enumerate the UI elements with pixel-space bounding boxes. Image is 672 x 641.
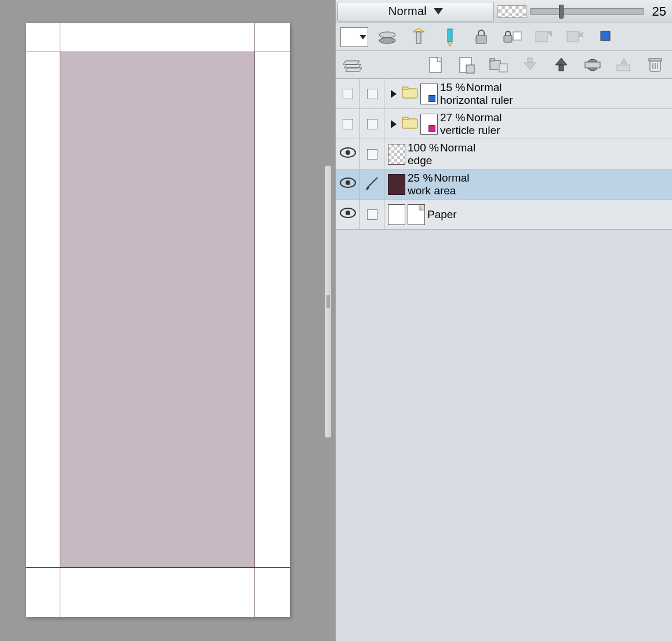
- layer-row-paper[interactable]: Paper: [336, 200, 672, 230]
- svg-rect-33: [585, 62, 600, 68]
- layer-row-horizontal-ruler[interactable]: 15 % Normal horizontal ruler: [336, 79, 672, 109]
- vertical-guide-left[interactable]: [60, 23, 60, 617]
- brush-icon: [365, 175, 380, 193]
- new-layer-icon[interactable]: [424, 53, 448, 77]
- svg-marker-28: [524, 63, 536, 70]
- svg-marker-30: [555, 58, 567, 65]
- svg-rect-14: [567, 31, 579, 42]
- transfer-icon: [612, 53, 636, 77]
- folder-icon: [402, 86, 418, 102]
- blend-opacity-bar: Normal 25: [336, 0, 672, 23]
- svg-rect-43: [402, 119, 417, 128]
- edit-toggle[interactable]: [360, 200, 384, 229]
- layer-thumbnail: [388, 174, 405, 195]
- svg-rect-11: [513, 32, 521, 40]
- svg-rect-6: [416, 32, 421, 44]
- blend-mode-label: Normal: [388, 5, 427, 18]
- svg-rect-27: [499, 64, 507, 72]
- svg-rect-10: [504, 35, 512, 42]
- expand-toggle[interactable]: [388, 120, 399, 128]
- opacity-slider[interactable]: [530, 8, 644, 15]
- svg-rect-12: [536, 31, 547, 42]
- visibility-toggle[interactable]: [336, 200, 360, 229]
- layer-row-edge[interactable]: 100 % Normal edge: [336, 139, 672, 169]
- move-down-icon: [518, 53, 542, 77]
- horizontal-guide-top[interactable]: [26, 52, 290, 52]
- layer-row-work-area[interactable]: 25 % Normal work area: [336, 169, 672, 200]
- svg-rect-44: [402, 117, 408, 119]
- clip-toggle-icon[interactable]: [375, 26, 399, 49]
- svg-point-4: [379, 38, 395, 44]
- opacity-slider-thumb[interactable]: [559, 5, 564, 19]
- visibility-toggle[interactable]: [336, 169, 360, 199]
- svg-rect-42: [402, 87, 408, 89]
- edit-toggle[interactable]: [360, 79, 384, 108]
- opacity-checker-icon: [497, 5, 526, 18]
- layer-name: horizontal ruler: [440, 94, 513, 107]
- visibility-toggle[interactable]: [336, 139, 360, 169]
- layer-thumbnail: [388, 204, 405, 225]
- expand-toggle[interactable]: [388, 90, 399, 98]
- edit-toggle[interactable]: [360, 139, 384, 169]
- visibility-toggle[interactable]: [336, 109, 360, 139]
- layer-opacity: 25 %: [408, 172, 433, 184]
- lighthouse-icon[interactable]: [406, 26, 431, 49]
- work-area-fill: [60, 52, 255, 567]
- layer-property-toolbar: [336, 23, 672, 51]
- panel-splitter-handle[interactable]: [325, 165, 332, 438]
- svg-rect-41: [402, 89, 417, 98]
- svg-rect-7: [448, 29, 452, 42]
- chevron-down-icon: [359, 35, 366, 39]
- lock-icon[interactable]: [469, 26, 493, 49]
- move-up-icon[interactable]: [549, 53, 573, 77]
- visibility-toggle[interactable]: [336, 79, 360, 108]
- layer-row-verticle-ruler[interactable]: 27 % Normal verticle ruler: [336, 109, 672, 139]
- layer-opacity: 100 %: [408, 142, 439, 154]
- new-raster-layer-icon[interactable]: [455, 53, 480, 77]
- svg-rect-34: [617, 65, 630, 71]
- svg-rect-37: [649, 59, 662, 61]
- layer-text: 25 % Normal work area: [408, 172, 470, 197]
- chevron-down-icon: [434, 8, 443, 15]
- svg-rect-25: [490, 60, 500, 70]
- vertical-guide-right[interactable]: [255, 23, 255, 617]
- delete-icon[interactable]: [643, 53, 667, 77]
- eye-icon: [339, 147, 357, 161]
- edit-toggle[interactable]: [360, 169, 384, 199]
- blend-mode-dropdown[interactable]: Normal: [337, 2, 494, 21]
- edit-toggle[interactable]: [360, 109, 384, 139]
- canvas-pane[interactable]: [0, 0, 326, 641]
- svg-rect-29: [528, 58, 532, 63]
- lock-opacity-icon[interactable]: [500, 26, 525, 49]
- svg-point-51: [346, 211, 350, 215]
- eye-icon: [339, 207, 357, 222]
- eye-icon: [339, 177, 357, 191]
- color-swatch-mini-icon[interactable]: [594, 26, 619, 49]
- chevron-right-icon: [391, 120, 397, 128]
- layer-thumbnail: [420, 114, 438, 135]
- svg-rect-9: [476, 35, 486, 44]
- svg-point-48: [346, 180, 350, 185]
- layer-text: Paper: [427, 208, 457, 221]
- layer-palette-icon[interactable]: [340, 53, 365, 77]
- layer-text: 27 % Normal verticle ruler: [440, 111, 502, 137]
- svg-rect-31: [559, 65, 564, 71]
- reference-pencil-icon[interactable]: [438, 26, 462, 49]
- layer-name: Paper: [427, 208, 457, 221]
- mask-create-icon: [532, 26, 556, 49]
- layer-mode: Normal: [466, 111, 502, 124]
- new-folder-icon[interactable]: [486, 53, 511, 77]
- color-swatch-dropdown[interactable]: [340, 27, 368, 47]
- layer-name: work area: [408, 184, 470, 197]
- layer-thumbnail: [420, 84, 438, 104]
- merge-icon[interactable]: [580, 53, 605, 77]
- layer-list[interactable]: 15 % Normal horizontal ruler 27 %: [336, 79, 672, 641]
- horizontal-guide-bottom[interactable]: [26, 567, 290, 568]
- layer-name: verticle ruler: [440, 124, 502, 137]
- svg-rect-17: [601, 31, 610, 41]
- layer-opacity: 15 %: [440, 81, 465, 94]
- layer-text: 100 % Normal edge: [408, 142, 475, 167]
- layers-panel: Normal 25: [335, 0, 672, 641]
- svg-point-3: [379, 32, 395, 38]
- layer-text: 15 % Normal horizontal ruler: [440, 81, 513, 107]
